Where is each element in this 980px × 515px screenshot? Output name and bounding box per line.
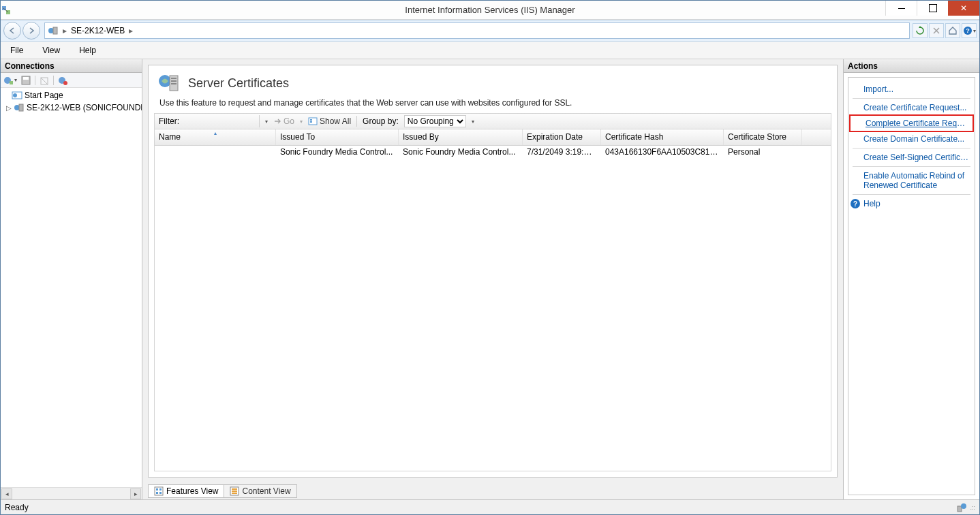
arrow-right-icon: [27, 27, 35, 35]
action-separator: [853, 194, 970, 195]
horizontal-scrollbar[interactable]: ◂ ▸: [1, 487, 142, 499]
menu-view[interactable]: View: [33, 42, 70, 59]
feature-description: Use this feature to request and manage c…: [149, 95, 837, 113]
group-by-label: Group by:: [363, 116, 399, 126]
refresh-icon: [915, 26, 925, 35]
sort-ascending-icon: ▴: [214, 130, 217, 136]
breadcrumb-separator: ▸: [129, 26, 133, 35]
tree-start-page[interactable]: Start Page: [1, 89, 142, 102]
action-complete-cert-request[interactable]: Complete Certificate Request...: [851, 116, 973, 131]
action-enable-auto-rebind[interactable]: Enable Automatic Rebind of Renewed Certi…: [848, 168, 975, 193]
app-icon: [1, 5, 12, 16]
refresh-button[interactable]: [913, 23, 928, 38]
svg-rect-19: [19, 104, 23, 111]
address-field[interactable]: ▸ SE-2K12-WEB ▸: [44, 22, 910, 39]
filter-input[interactable]: [185, 115, 260, 127]
go-button[interactable]: Go: [273, 114, 294, 129]
action-separator: [853, 98, 970, 99]
show-all-button[interactable]: Show All: [308, 114, 351, 129]
window-title: Internet Information Services (IIS) Mana…: [1, 5, 979, 15]
breadcrumb-server[interactable]: SE-2K12-WEB: [71, 26, 125, 35]
status-bar: Ready .::: [1, 499, 979, 514]
col-issued-by[interactable]: Issued By: [399, 129, 523, 145]
arrow-left-icon: [8, 27, 16, 35]
action-import[interactable]: Import...: [848, 82, 975, 97]
certificates-grid: Name ▴ Issued To Issued By Expiration Da…: [154, 129, 831, 471]
actions-header: Actions: [844, 59, 979, 73]
svg-point-17: [13, 93, 17, 97]
svg-rect-23: [171, 80, 177, 82]
col-store[interactable]: Certificate Store: [724, 129, 802, 145]
delete-button[interactable]: [37, 74, 52, 87]
scroll-left-button[interactable]: ◂: [1, 488, 12, 499]
forward-button[interactable]: [22, 22, 40, 40]
filter-label: Filter:: [159, 116, 179, 126]
save-button[interactable]: [18, 74, 33, 87]
minimize-button[interactable]: [885, 1, 917, 16]
stop-button[interactable]: [929, 23, 944, 38]
col-name[interactable]: Name ▴: [155, 129, 276, 145]
col-hash[interactable]: Certificate Hash: [601, 129, 724, 145]
grid-header: Name ▴ Issued To Issued By Expiration Da…: [155, 129, 831, 146]
status-text: Ready: [5, 503, 29, 512]
col-expiration[interactable]: Expiration Date: [523, 129, 601, 145]
breadcrumb-separator: ▸: [63, 26, 67, 35]
action-create-selfsigned-cert[interactable]: Create Self-Signed Certificate...: [848, 150, 975, 165]
server-icon: [14, 102, 25, 113]
menu-file[interactable]: File: [1, 42, 33, 59]
back-button[interactable]: [3, 22, 21, 40]
scroll-right-button[interactable]: ▸: [130, 488, 141, 499]
group-by-select[interactable]: No Grouping: [404, 115, 466, 127]
svg-rect-3: [53, 27, 57, 34]
body: Connections ▾ Start Page ▷ SE-2K12-W: [1, 59, 979, 499]
tab-content-view[interactable]: Content View: [224, 484, 296, 498]
connections-toolbar: ▾: [1, 73, 142, 88]
filter-dropdown-icon[interactable]: ▾: [265, 119, 268, 125]
help-icon: ?: [851, 199, 860, 208]
table-row[interactable]: Sonic Foundry Media Control... Sonic Fou…: [155, 146, 831, 159]
help-dropdown[interactable]: ?▾: [962, 23, 977, 38]
close-button[interactable]: [948, 1, 979, 16]
address-bar: ▸ SE-2K12-WEB ▸ ?▾: [1, 20, 979, 42]
cell-issued-by: Sonic Foundry Media Control...: [399, 146, 523, 159]
actions-list-container: Import... Create Certificate Request... …: [848, 77, 975, 495]
show-all-icon: [308, 117, 318, 125]
toolbar-separator: [35, 76, 35, 85]
go-icon: [273, 117, 281, 125]
app-window: Internet Information Services (IIS) Mana…: [0, 0, 980, 515]
col-label: Name: [159, 132, 181, 142]
feature-header: Server Certificates: [149, 65, 837, 95]
connect-button[interactable]: ▾: [3, 74, 18, 87]
highlight-annotation: Complete Certificate Request...: [849, 114, 974, 132]
svg-rect-37: [958, 506, 962, 512]
maximize-button[interactable]: [917, 1, 948, 16]
actions-list: Import... Create Certificate Request... …: [848, 78, 975, 215]
group-extra-dropdown-icon[interactable]: ▾: [472, 119, 474, 125]
connections-tree[interactable]: Start Page ▷ SE-2K12-WEB (SONICFOUNDRY\: [1, 88, 142, 487]
col-issued-to[interactable]: Issued To: [276, 129, 399, 145]
action-help[interactable]: ? Help: [848, 196, 975, 211]
svg-rect-22: [171, 78, 177, 79]
expander-icon[interactable]: ▷: [6, 104, 12, 112]
action-create-domain-cert[interactable]: Create Domain Certificate...: [848, 131, 975, 146]
status-right: .::: [956, 502, 975, 513]
spacer: [2, 92, 10, 99]
tree-server-node[interactable]: ▷ SE-2K12-WEB (SONICFOUNDRY\: [1, 102, 142, 114]
tab-label: Features View: [166, 486, 218, 496]
feature-title: Server Certificates: [188, 76, 289, 91]
grid-body[interactable]: Sonic Foundry Media Control... Sonic Fou…: [155, 146, 831, 471]
home-button[interactable]: [945, 23, 960, 38]
menu-help[interactable]: Help: [70, 42, 106, 59]
features-view-icon: [154, 486, 164, 496]
svg-rect-34: [232, 488, 237, 490]
action-create-cert-request[interactable]: Create Certificate Request...: [848, 100, 975, 115]
delete-icon: [39, 75, 50, 86]
svg-rect-29: [156, 488, 158, 490]
go-dropdown-icon[interactable]: ▾: [300, 119, 303, 125]
svg-rect-9: [10, 81, 13, 84]
tree-label: SE-2K12-WEB (SONICFOUNDRY\: [27, 103, 142, 112]
add-connection-button[interactable]: [55, 74, 70, 87]
svg-rect-25: [309, 118, 317, 125]
tab-features-view[interactable]: Features View: [148, 484, 224, 498]
notification-tray-icon[interactable]: .::: [970, 504, 975, 511]
